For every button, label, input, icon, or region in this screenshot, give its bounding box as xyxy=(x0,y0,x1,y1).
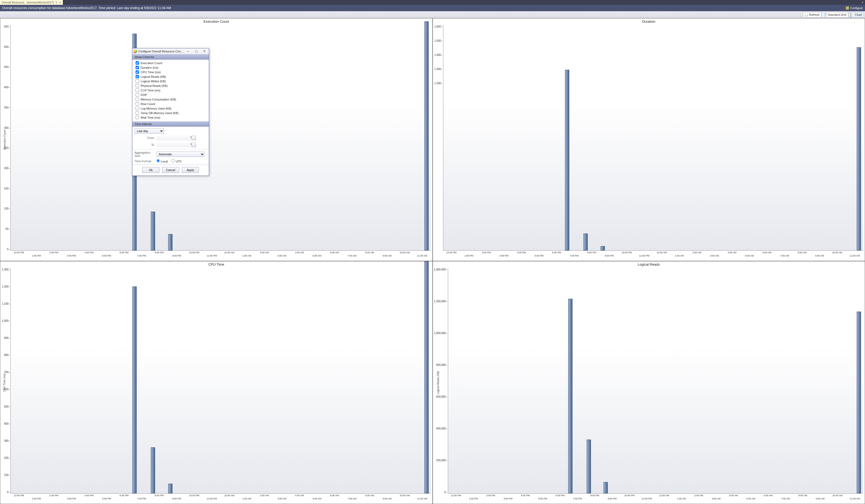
chart-title: CPU Time xyxy=(0,261,432,267)
y-ticks: 1,400,000-1,200,000-1,000,000-800,000-60… xyxy=(433,268,447,494)
from-datetime[interactable] xyxy=(157,135,197,141)
app-icon xyxy=(134,49,137,53)
checkbox[interactable] xyxy=(136,116,139,119)
chart-option-4[interactable]: Logical Writes (KB) xyxy=(136,79,207,83)
refresh-label: Refresh xyxy=(809,13,820,16)
minimize-button[interactable]: ─ xyxy=(185,49,192,54)
aggregation-select[interactable]: Automatic xyxy=(157,152,205,157)
checkbox[interactable] xyxy=(136,61,139,65)
tab-label: Overall Resource...dventureWorks2017] xyxy=(2,1,54,4)
from-label: From xyxy=(135,136,154,140)
refresh-button[interactable]: Refresh xyxy=(803,12,821,17)
checkbox[interactable] xyxy=(136,84,139,87)
chart-option-6[interactable]: CLR Time (ms) xyxy=(136,88,207,92)
bar[interactable] xyxy=(424,21,429,250)
checkbox[interactable] xyxy=(136,111,139,115)
close-button[interactable]: ✕ xyxy=(201,49,208,54)
chart-panel-cpu[interactable]: CPU Time CPU Time (ms) 1,300-1,200-1,100… xyxy=(0,261,432,504)
option-label: DOP xyxy=(141,93,147,96)
radio-local[interactable]: Local xyxy=(157,159,168,163)
bar[interactable] xyxy=(584,234,588,250)
chart-title: Logical Reads xyxy=(433,261,865,267)
checkbox[interactable] xyxy=(136,102,139,106)
chart-title: Execution Count xyxy=(0,19,432,24)
x-ticks: 12:00 PM2:00 PM4:00 PM6:00 PM8:00 PM10:0… xyxy=(443,251,863,260)
checkbox[interactable] xyxy=(136,93,139,96)
ok-button[interactable]: Ok xyxy=(142,167,159,173)
chart-button[interactable]: Chart xyxy=(849,12,864,17)
bar[interactable] xyxy=(587,439,591,493)
chart-option-10[interactable]: Log Memory Used (KB) xyxy=(136,106,207,110)
chart-option-12[interactable]: Wait Time (ms) xyxy=(136,115,207,120)
to-datetime[interactable] xyxy=(157,142,197,148)
configure-button[interactable]: Configure xyxy=(846,7,863,10)
bar[interactable] xyxy=(857,47,861,250)
section-show-chart-header: Show Chart for xyxy=(132,54,209,60)
checkbox[interactable] xyxy=(136,97,139,101)
cancel-button[interactable]: Cancel xyxy=(162,167,179,173)
chart-option-2[interactable]: CPU Time (ms) xyxy=(136,70,207,74)
maximize-button[interactable]: ▢ xyxy=(193,49,200,54)
document-tab[interactable]: Overall Resource...dventureWorks2017] ⚲ … xyxy=(0,0,63,5)
section-time-interval-header: Time Interval xyxy=(132,121,209,127)
chart-panel-dur[interactable]: Duration 1,600-1,500-1,400-1,300-1,200- … xyxy=(432,18,865,261)
bars xyxy=(11,25,431,250)
bar[interactable] xyxy=(168,234,172,250)
bar[interactable] xyxy=(603,482,608,493)
dialog-titlebar[interactable]: Configure Overall Resource Consumption [… xyxy=(132,48,209,54)
option-label: Temp DB Memory Used (KB) xyxy=(141,112,178,115)
chart-option-9[interactable]: Row Count xyxy=(136,102,207,106)
x-ticks: 12:00 PM2:00 PM4:00 PM6:00 PM8:00 PM10:0… xyxy=(10,494,431,503)
chart-title: Duration xyxy=(433,19,865,24)
bar[interactable] xyxy=(151,212,155,250)
y-ticks: 550-500-450-400-350-300-250-200-150-100-… xyxy=(0,25,9,251)
bar[interactable] xyxy=(565,70,569,250)
chart-option-1[interactable]: Duration (ms) xyxy=(136,65,207,70)
plot-area[interactable] xyxy=(10,25,431,251)
dialog-buttons: Ok Cancel Apply xyxy=(132,165,209,176)
configure-dialog: Configure Overall Resource Consumption [… xyxy=(132,48,209,176)
chart-option-7[interactable]: DOP xyxy=(136,92,207,97)
close-icon[interactable]: ✕ xyxy=(59,1,61,4)
bar[interactable] xyxy=(168,484,172,493)
y-ticks: 1,600-1,500-1,400-1,300-1,200- xyxy=(433,25,442,251)
configure-icon xyxy=(846,7,849,10)
chart-option-3[interactable]: Logical Reads (KB) xyxy=(136,74,207,79)
plot-area[interactable] xyxy=(10,268,431,494)
bars xyxy=(448,268,863,493)
radio-utc[interactable]: UTC xyxy=(171,159,182,163)
tab-dropdown-icon[interactable]: ▼ xyxy=(861,0,864,5)
x-ticks: 12:00 PM2:00 PM4:00 PM6:00 PM8:00 PM10:0… xyxy=(10,251,431,260)
plot-area[interactable] xyxy=(448,268,863,494)
checkbox[interactable] xyxy=(136,89,139,92)
bar[interactable] xyxy=(132,286,137,493)
bar[interactable] xyxy=(151,447,155,493)
interval-select[interactable]: Last day xyxy=(135,128,164,133)
checkbox[interactable] xyxy=(136,79,139,83)
bar[interactable] xyxy=(601,246,605,250)
checkbox[interactable] xyxy=(136,75,139,78)
checkbox[interactable] xyxy=(136,70,139,74)
time-format-label: Time Format: xyxy=(135,160,154,163)
chart-panel-exec[interactable]: Execution Count Execution Count 550-500-… xyxy=(0,18,432,261)
checkbox[interactable] xyxy=(136,107,139,110)
chart-icon xyxy=(851,13,854,16)
bar[interactable] xyxy=(424,261,429,493)
option-label: Physical Reads (KB) xyxy=(141,84,168,87)
to-label: To xyxy=(135,143,154,146)
chart-panel-log[interactable]: Logical Reads Logical Reads (KB) 1,400,0… xyxy=(432,261,865,504)
apply-button[interactable]: Apply xyxy=(182,167,199,173)
standard-grid-button[interactable]: Standard Grid xyxy=(822,12,848,17)
option-label: Duration (ms) xyxy=(141,66,159,69)
chart-option-11[interactable]: Temp DB Memory Used (KB) xyxy=(136,110,207,115)
plot-area[interactable] xyxy=(443,25,863,251)
bar[interactable] xyxy=(857,312,861,493)
chart-option-5[interactable]: Physical Reads (KB) xyxy=(136,83,207,88)
pin-icon[interactable]: ⚲ xyxy=(55,1,57,4)
title-bar: Overall resources consumption for databa… xyxy=(0,5,865,11)
bar[interactable] xyxy=(568,299,573,493)
option-label: Logical Reads (KB) xyxy=(141,75,166,78)
chart-option-0[interactable]: Execution Count xyxy=(136,61,207,65)
checkbox[interactable] xyxy=(136,66,139,69)
chart-option-8[interactable]: Memory Consumption (KB) xyxy=(136,97,207,102)
